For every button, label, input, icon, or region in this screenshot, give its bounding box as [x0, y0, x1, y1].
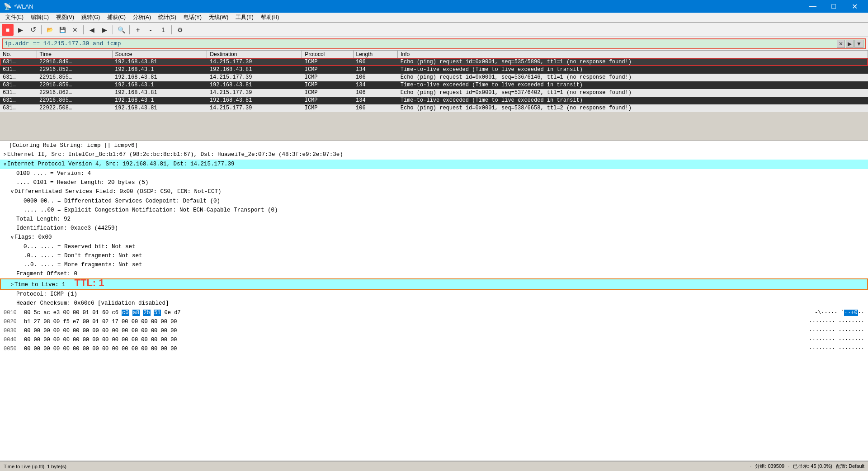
hex-byte: 00: [73, 328, 79, 334]
find-button[interactable]: 🔍: [115, 24, 127, 36]
cell-length: 134: [353, 66, 398, 74]
detail-text: Total Length: 92: [16, 216, 71, 222]
hex-byte: 00: [141, 346, 147, 352]
zoom-out-button[interactable]: -: [145, 24, 156, 36]
menu-item[interactable]: 跳转(G): [78, 13, 104, 22]
detail-text: Flags: 0x00: [14, 234, 52, 240]
filter-input[interactable]: [3, 40, 837, 47]
table-row[interactable]: 631…22916.852…192.168.43.1192.168.43.81I…: [0, 66, 868, 74]
cell-dest: 192.168.43.81: [207, 81, 302, 89]
menu-item[interactable]: 统计(S): [155, 13, 180, 22]
table-row[interactable]: 631…22916.859…192.168.43.1192.168.43.81I…: [0, 81, 868, 89]
table-row[interactable]: 631…22916.862…192.168.43.8114.215.177.39…: [0, 89, 868, 97]
menu-item[interactable]: 捕获(C): [104, 13, 129, 22]
menu-item[interactable]: 工具(T): [232, 13, 257, 22]
cell-protocol: ICMP: [302, 81, 353, 89]
col-protocol: Protocol: [302, 51, 353, 58]
expand-arrow[interactable]: v: [11, 235, 14, 240]
packet-tbody: 631…22916.849…192.168.43.8114.215.177.39…: [0, 58, 868, 112]
cell-dest: 14.215.177.39: [207, 89, 302, 97]
hex-byte: 00: [63, 337, 69, 343]
menu-item[interactable]: 分析(A): [129, 13, 155, 22]
filter-clear-button[interactable]: ✕: [837, 40, 845, 48]
zoom-in-button[interactable]: +: [132, 24, 144, 36]
close-file-button[interactable]: ✕: [69, 24, 81, 36]
stop-button[interactable]: ■: [2, 24, 14, 36]
menu-item[interactable]: 帮助(H): [257, 13, 283, 22]
restart-button[interactable]: ↺: [27, 24, 39, 36]
detail-line[interactable]: vFlags: 0x00: [0, 233, 868, 242]
detail-text: ..0. .... = More fragments: Not set: [24, 262, 142, 268]
detail-line: 0... .... = Reserved bit: Not set: [0, 242, 868, 251]
hex-byte: 0e: [165, 310, 171, 316]
detail-text: Header Checksum: 0x60c6 [validation disa…: [16, 300, 169, 306]
hex-byte: 00: [151, 328, 157, 334]
hex-byte: 00: [43, 337, 50, 343]
zoom-reset-button[interactable]: 1: [157, 24, 169, 36]
start-button[interactable]: ▶: [14, 24, 26, 36]
detail-line: .... 0101 = Header Length: 20 bytes (5): [0, 178, 868, 187]
table-row[interactable]: 631…22922.508…192.168.43.8114.215.177.39…: [0, 104, 868, 112]
col-time: Time: [37, 51, 112, 58]
prefs-button[interactable]: ⚙: [174, 24, 186, 36]
table-row[interactable]: 631…22916.855…192.168.43.8114.215.177.39…: [0, 74, 868, 81]
hex-byte: 00: [83, 319, 89, 325]
col-dest: Destination: [207, 51, 302, 58]
table-row[interactable]: 631…22916.849…192.168.43.8114.215.177.39…: [0, 58, 868, 66]
menu-item[interactable]: 电话(Y): [180, 13, 205, 22]
detail-line[interactable]: >Ethernet II, Src: IntelCor_8c:b1:67 (98…: [0, 150, 868, 160]
cell-length: 106: [353, 104, 398, 112]
status-displayed: 已显示: 45 (0.0%): [793, 463, 832, 470]
cell-no: 631…: [0, 89, 37, 97]
menu-item[interactable]: 视图(V): [52, 13, 78, 22]
expand-arrow[interactable]: v: [11, 189, 14, 194]
detail-text: 0000 00.. = Differentiated Services Code…: [24, 198, 220, 204]
detail-text: Differentiated Services Field: 0x00 (DSC…: [14, 188, 222, 195]
detail-line[interactable]: >Time to Live: 1TTL: 1: [0, 278, 868, 290]
detail-line[interactable]: vInternet Protocol Version 4, Src: 192.1…: [0, 160, 868, 169]
filter-apply-button[interactable]: ▶: [846, 40, 854, 48]
menu-item[interactable]: 文件(E): [2, 13, 27, 22]
table-row[interactable]: 631…22916.865…192.168.43.1192.168.43.81I…: [0, 97, 868, 104]
cell-protocol: ICMP: [302, 104, 353, 112]
hex-byte: 00: [151, 346, 157, 352]
hex-byte: 00: [170, 328, 177, 334]
status-sep-1: ·: [750, 464, 751, 469]
detail-line: Fragment Offset: 0: [0, 269, 868, 278]
cell-length: 106: [353, 58, 398, 66]
open-button[interactable]: 📂: [44, 24, 56, 36]
filter-arrow-button[interactable]: ▼: [854, 40, 863, 48]
expand-arrow[interactable]: v: [4, 162, 6, 167]
packet-table: No. Time Source Destination Protocol Len…: [0, 51, 868, 112]
cell-info: Echo (ping) request id=0x0001, seq=537/6…: [398, 89, 868, 97]
detail-text: [Coloring Rule String: icmp || icmpv6]: [9, 142, 138, 149]
detail-line: Total Length: 92: [0, 215, 868, 224]
menu-item[interactable]: 编辑(E): [27, 13, 52, 22]
cell-protocol: ICMP: [302, 74, 353, 81]
hex-byte: 00: [122, 337, 128, 343]
forward-button[interactable]: ▶: [99, 24, 110, 36]
menu-item[interactable]: 无线(W): [205, 13, 232, 22]
maximize-button[interactable]: □: [824, 0, 844, 13]
back-button[interactable]: ◀: [86, 24, 98, 36]
close-button[interactable]: ✕: [844, 0, 864, 13]
cell-protocol: ICMP: [302, 66, 353, 74]
save-button[interactable]: 💾: [57, 24, 68, 36]
expand-arrow[interactable]: >: [4, 152, 6, 157]
detail-text: Internet Protocol Version 4, Src: 192.16…: [7, 161, 235, 167]
filter-input-wrapper: ✕ ▶ ▼: [2, 38, 866, 49]
cell-length: 134: [353, 81, 398, 89]
hex-row: 0020b1 27 08 00 f5 e7 00 01 02 17 00 00 …: [0, 317, 868, 326]
hex-byte: 00: [63, 310, 69, 316]
hex-byte: 27: [34, 319, 40, 325]
detail-line[interactable]: vDifferentiated Services Field: 0x00 (DS…: [0, 187, 868, 197]
cell-time: 22916.855…: [37, 74, 112, 81]
hex-byte: 00: [161, 328, 167, 334]
expand-arrow[interactable]: >: [11, 283, 14, 287]
hex-bytes: 00 00 00 00 00 00 00 00 00 00 00 00 00 0…: [24, 336, 806, 344]
toolbar-sep-4: [129, 25, 130, 34]
hex-byte: d7: [174, 310, 180, 316]
hex-byte: 00: [53, 319, 60, 325]
detail-text: .0.. .... = Don't fragment: Not set: [24, 253, 142, 259]
minimize-button[interactable]: —: [803, 0, 823, 13]
